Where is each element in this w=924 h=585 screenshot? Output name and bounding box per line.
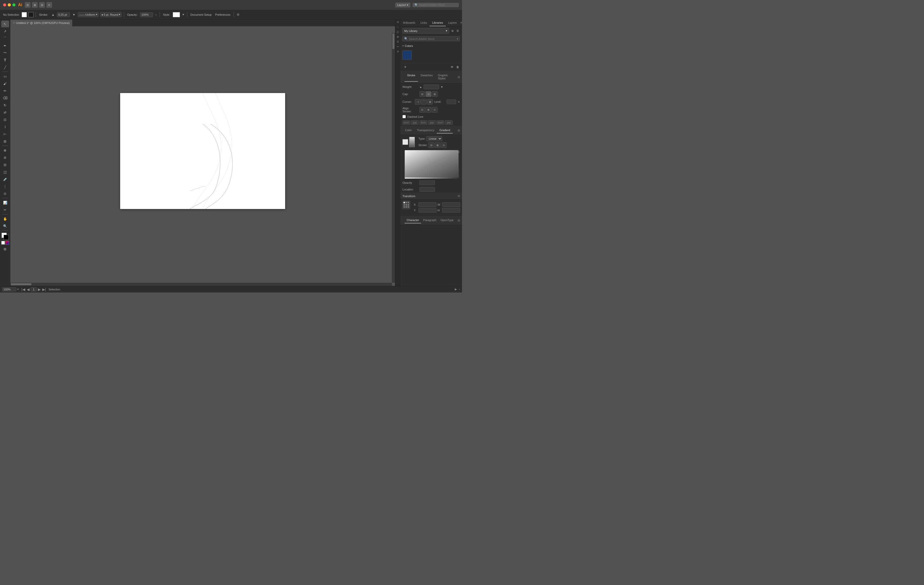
zoom-input[interactable]: 100% [2, 287, 16, 292]
color-swatch-navy[interactable] [403, 51, 412, 60]
dash-field-1[interactable] [403, 120, 410, 125]
opacity-input[interactable] [140, 12, 153, 17]
eyedropper-tool[interactable]: 💉 [1, 176, 9, 183]
scale-tool[interactable]: ⊡ [1, 116, 9, 123]
lasso-tool[interactable]: ⌒ [1, 35, 9, 42]
artboard-tool[interactable]: ⊞ [1, 246, 9, 252]
inside-align-button[interactable]: ⊠ [426, 107, 431, 113]
arrange-icon[interactable]: ⊟ [39, 2, 45, 8]
preferences-button[interactable]: Preferences [214, 13, 231, 17]
location-field-input[interactable] [419, 187, 435, 192]
butt-cap-button[interactable]: ⊟ [419, 91, 425, 97]
stroke-up-icon[interactable]: ▲ [51, 13, 55, 17]
stroke-size-dropdown[interactable]: ● 5 pt. Round ▾ [100, 12, 122, 17]
anchor-bl[interactable] [403, 206, 405, 208]
vertical-scrollbar-thumb[interactable] [393, 33, 394, 49]
dash-field-2[interactable] [419, 120, 427, 125]
y-input[interactable] [418, 208, 436, 213]
gradient-stroke-btn-3[interactable]: ⊙ [441, 142, 447, 148]
pen-tool[interactable]: ✒ [1, 42, 9, 49]
shape-builder-tool[interactable]: ⊕ [1, 147, 9, 153]
document-tab[interactable]: ✕ Untitled-1* @ 100% (CMYK/GPU Preview) [10, 20, 73, 26]
page-number-input[interactable]: 1 [31, 287, 37, 292]
anchor-tl[interactable] [403, 202, 405, 203]
round-cap-button[interactable]: ⊙ [426, 91, 431, 97]
playback-icon[interactable]: ▶ [455, 288, 457, 291]
h-input[interactable] [442, 208, 460, 213]
library-search-input[interactable] [409, 37, 456, 40]
eraser-tool[interactable]: ⌫ [1, 95, 9, 101]
width-tool[interactable]: ⊢ [1, 131, 9, 137]
library-add-button[interactable]: + [403, 64, 408, 70]
statusbar-arrow-icon[interactable]: ‹ [459, 288, 460, 291]
gradient-expand-icon[interactable]: ⊞ [457, 150, 459, 153]
gradient-stroke-btn-1[interactable]: ⊟ [429, 142, 434, 148]
tab-links[interactable]: Links [418, 20, 430, 26]
none-color-icon[interactable] [1, 241, 5, 245]
live-paint-tool[interactable]: ⊙ [1, 190, 9, 197]
paintbrush-tool[interactable]: 🖌 [1, 80, 9, 87]
tab-libraries[interactable]: Libraries [429, 20, 446, 26]
stroke-tab[interactable]: Stroke [404, 73, 418, 82]
dashed-line-checkbox[interactable] [403, 115, 406, 118]
anchor-tc[interactable] [406, 202, 407, 203]
anchor-mr[interactable] [408, 204, 409, 206]
zoom-tool[interactable]: 🔍 [1, 222, 9, 229]
layout-button[interactable]: Layout ▾ [395, 3, 411, 7]
panel-mini-btn-7[interactable]: ⊘ [397, 50, 399, 53]
round-join-button[interactable]: ⌒ [421, 99, 427, 105]
colors-section-header[interactable]: ▾ Colors [403, 43, 460, 48]
hand-tool[interactable]: ✋ [1, 216, 9, 222]
anchor-br[interactable] [408, 206, 409, 208]
pen-icon[interactable]: ✏ [46, 2, 52, 8]
gap-field-1[interactable] [411, 120, 419, 125]
panel-mini-btn-5[interactable]: ⊡ [397, 40, 399, 43]
gradient-preview-canvas[interactable] [404, 150, 459, 178]
library-search-filter-icon[interactable]: ▾ [457, 37, 458, 40]
panel-mini-btn-1[interactable]: ⊟ [397, 21, 399, 23]
mesh-tool[interactable]: ⊟ [1, 161, 9, 168]
weight-down-icon[interactable]: ▼ [441, 86, 443, 88]
fill-swatch[interactable] [21, 12, 27, 17]
x-input[interactable] [418, 202, 436, 207]
horizontal-scrollbar[interactable] [10, 283, 392, 286]
pencil-tool[interactable]: ✏ [1, 87, 9, 94]
opentype-tab[interactable]: OpenType [439, 217, 456, 223]
gradient-panel-close-icon[interactable]: ⊟ [458, 129, 460, 132]
mirror-tool[interactable]: ⇄ [1, 109, 9, 116]
document-setup-button[interactable]: Document Setup [190, 13, 213, 17]
character-panel-close-icon[interactable]: ⊟ [458, 219, 460, 222]
line-tool[interactable]: ╱ [1, 64, 9, 71]
warp-tool[interactable]: ⌇ [1, 124, 9, 130]
curvature-tool[interactable]: 〜 [1, 49, 9, 56]
panel-expand-icon[interactable]: ⇱ [460, 21, 462, 25]
blend-tool[interactable]: ⋮ [1, 183, 9, 190]
library-list-view-button[interactable]: ☰ [455, 29, 460, 33]
weight-up-icon[interactable]: ▲ [419, 86, 422, 88]
search-stock-box[interactable]: 🔍 [412, 3, 459, 7]
weight-input[interactable]: 0.25 pt [424, 84, 439, 89]
vertical-scrollbar[interactable] [392, 33, 395, 283]
anchor-ml[interactable] [403, 204, 405, 206]
panel-mini-btn-6[interactable]: ↩ [397, 45, 399, 48]
gradient-tool[interactable]: ◫ [1, 168, 9, 175]
select-tool[interactable]: ↖ [1, 21, 9, 27]
zoom-chevron-icon[interactable]: ▾ [17, 288, 19, 291]
center-align-button[interactable]: ⊟ [419, 107, 425, 113]
slice-tool[interactable]: ✂ [1, 206, 9, 213]
panel-mini-btn-2[interactable]: ↔ [396, 26, 399, 28]
tab-artboards[interactable]: Artboards [400, 20, 418, 26]
direct-select-tool[interactable]: ↗ [1, 28, 9, 35]
horizontal-scrollbar-thumb[interactable] [11, 283, 31, 285]
gradient-stroke-btn-2[interactable]: ⊠ [435, 142, 441, 148]
transform-anchor-grid[interactable] [403, 201, 410, 209]
free-transform-tool[interactable]: ⊞ [1, 138, 9, 145]
gradient-color-swatch-1[interactable] [403, 139, 408, 145]
bevel-join-button[interactable]: ⊠ [427, 99, 433, 105]
next-last-page-button[interactable]: ▶| [42, 287, 47, 292]
transparency-tab[interactable]: Transparency [414, 127, 437, 133]
projecting-cap-button[interactable]: ⊞ [432, 91, 437, 97]
graph-tool[interactable]: 📊 [1, 199, 9, 206]
miter-join-button[interactable]: ⊣ [415, 99, 421, 105]
tab-layers[interactable]: Layers [446, 20, 459, 26]
